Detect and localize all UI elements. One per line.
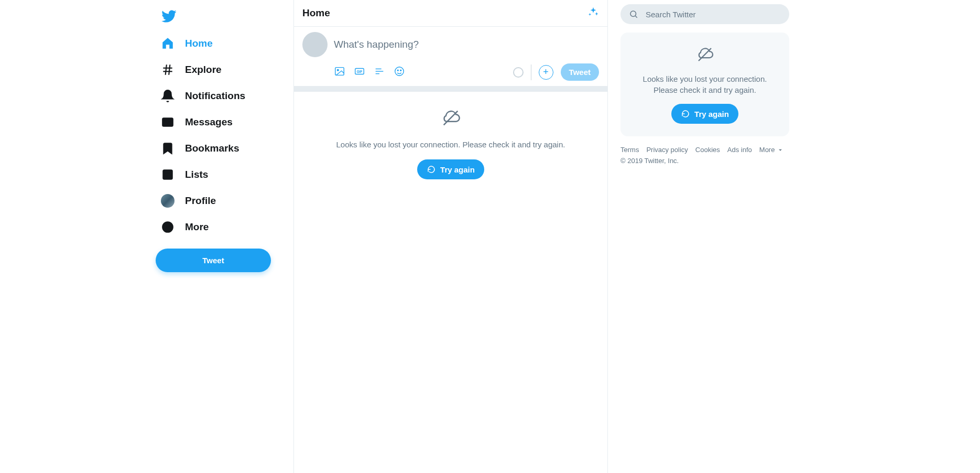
- nav-notifications[interactable]: Notifications: [156, 83, 287, 109]
- try-again-button[interactable]: Try again: [417, 159, 484, 179]
- timeline-error: Looks like you lost your connection. Ple…: [294, 92, 607, 195]
- right-rail: Looks like you lost your connection. Ple…: [608, 0, 802, 473]
- offline-cloud-icon: [695, 45, 714, 66]
- nav-label: Bookmarks: [185, 143, 239, 154]
- nav-label: Home: [185, 38, 213, 49]
- compose-input[interactable]: [328, 34, 599, 56]
- home-icon: [161, 37, 175, 50]
- search-input[interactable]: [646, 10, 781, 19]
- nav-profile[interactable]: Profile: [156, 188, 287, 214]
- section-gap: [294, 87, 607, 92]
- search-icon: [629, 9, 638, 19]
- svg-line-3: [169, 64, 170, 75]
- search-box[interactable]: [620, 4, 789, 24]
- nav-bookmarks[interactable]: Bookmarks: [156, 135, 287, 162]
- twitter-bird-icon: [161, 8, 177, 24]
- sidebar: Home Explore Notifications Messages Book…: [149, 0, 293, 473]
- nav-label: More: [185, 221, 209, 233]
- footer-link-ads[interactable]: Ads info: [727, 146, 752, 154]
- nav-explore[interactable]: Explore: [156, 57, 287, 83]
- svg-point-20: [395, 67, 404, 76]
- svg-point-24: [630, 11, 636, 17]
- svg-point-21: [397, 70, 398, 71]
- nav-lists[interactable]: Lists: [156, 162, 287, 188]
- tweet-button-compose[interactable]: Tweet: [561, 63, 599, 81]
- more-icon: [161, 220, 175, 234]
- error-message: Looks like you lost your connection. Ple…: [336, 140, 565, 149]
- bookmark-icon: [161, 142, 175, 155]
- char-count-circle: [513, 67, 524, 78]
- compose-box: GIF + Tweet: [294, 27, 607, 87]
- compose-avatar[interactable]: [302, 32, 328, 57]
- twitter-logo[interactable]: [156, 4, 287, 30]
- offline-cloud-icon: [440, 108, 461, 131]
- bell-icon: [161, 89, 175, 103]
- footer-link-privacy[interactable]: Privacy policy: [646, 146, 688, 154]
- compose-divider: [531, 64, 531, 80]
- mail-icon: [161, 115, 175, 129]
- svg-point-22: [400, 70, 401, 71]
- nav-home[interactable]: Home: [156, 30, 287, 57]
- emoji-icon[interactable]: [394, 66, 405, 79]
- svg-line-2: [166, 64, 167, 75]
- avatar-icon: [161, 194, 175, 208]
- add-thread-button[interactable]: +: [539, 65, 553, 80]
- svg-point-14: [337, 69, 339, 71]
- poll-icon[interactable]: [374, 66, 385, 79]
- svg-point-11: [167, 227, 168, 228]
- footer: Terms Privacy policy Cookies Ads info Mo…: [620, 146, 789, 165]
- svg-point-12: [169, 227, 170, 228]
- footer-link-terms[interactable]: Terms: [620, 146, 639, 154]
- refresh-icon: [427, 165, 436, 174]
- svg-text:GIF: GIF: [357, 69, 363, 73]
- rail-error-message: Looks like you lost your connection. Ple…: [631, 73, 779, 95]
- footer-more[interactable]: More: [759, 146, 785, 154]
- footer-copyright: © 2019 Twitter, Inc.: [620, 157, 679, 165]
- main-header: Home: [294, 0, 607, 27]
- svg-line-23: [444, 111, 458, 125]
- footer-more-label: More: [759, 146, 775, 154]
- nav-more[interactable]: More: [156, 214, 287, 240]
- top-tweets-icon[interactable]: [587, 6, 599, 20]
- rail-error-card: Looks like you lost your connection. Ple…: [620, 33, 789, 136]
- media-icon[interactable]: [334, 66, 345, 79]
- nav-label: Explore: [185, 64, 222, 76]
- svg-line-26: [699, 48, 711, 61]
- main-column: Home GIF + Twee: [293, 0, 608, 473]
- nav-messages[interactable]: Messages: [156, 109, 287, 135]
- rail-try-again-button[interactable]: Try again: [671, 104, 738, 124]
- page-title: Home: [302, 7, 330, 19]
- footer-link-cookies[interactable]: Cookies: [695, 146, 720, 154]
- refresh-icon: [681, 109, 690, 119]
- nav-label: Lists: [185, 169, 208, 180]
- svg-point-10: [165, 227, 166, 228]
- gif-icon[interactable]: GIF: [354, 66, 365, 79]
- svg-rect-13: [335, 67, 344, 75]
- svg-line-25: [635, 16, 637, 17]
- chevron-down-icon: [777, 146, 784, 154]
- hash-icon: [161, 63, 175, 77]
- try-again-label: Try again: [440, 165, 475, 174]
- nav-label: Messages: [185, 116, 233, 128]
- nav-label: Notifications: [185, 90, 245, 102]
- tweet-button-sidebar[interactable]: Tweet: [156, 249, 271, 272]
- rail-try-again-label: Try again: [694, 110, 729, 119]
- nav-label: Profile: [185, 195, 216, 207]
- list-icon: [161, 168, 175, 181]
